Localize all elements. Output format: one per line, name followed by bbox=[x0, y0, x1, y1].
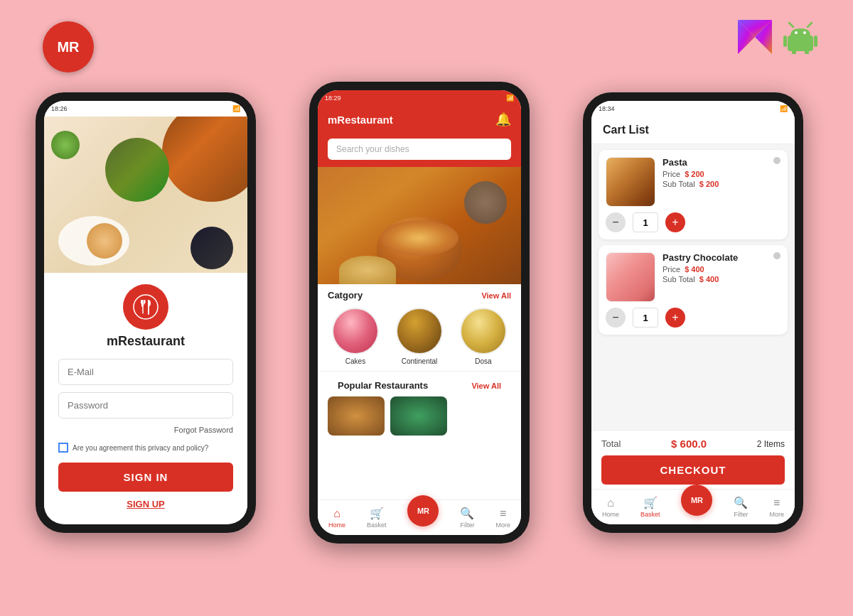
food-background bbox=[44, 117, 247, 273]
basket-icon: 🛒 bbox=[370, 507, 384, 520]
fork-knife-icon bbox=[133, 294, 159, 320]
pastry-price-value: $ 400 bbox=[685, 265, 704, 274]
cart-nav-filter[interactable]: 🔍 Filter bbox=[734, 496, 748, 518]
pastry-image bbox=[606, 252, 655, 302]
nav-center-button[interactable]: MR bbox=[407, 495, 439, 526]
pastry-increase-button[interactable]: + bbox=[665, 308, 685, 328]
nav-more[interactable]: ≡ More bbox=[495, 507, 510, 529]
status-icons-home: 📶 bbox=[506, 94, 514, 102]
cart-filter-icon: 🔍 bbox=[734, 496, 748, 509]
cart-total-row: Total $ 600.0 2 Items bbox=[601, 438, 785, 450]
pastry-subtotal: Sub Total $ 400 bbox=[662, 275, 780, 283]
categories-header: Catgory View All bbox=[318, 284, 521, 303]
food-decor-6 bbox=[51, 131, 80, 159]
nav-filter-label: Filter bbox=[460, 522, 474, 529]
svg-rect-16 bbox=[141, 303, 145, 305]
pasta-name: Pasta bbox=[662, 157, 780, 168]
kotlin-icon bbox=[738, 20, 772, 54]
nav-filter[interactable]: 🔍 Filter bbox=[460, 507, 474, 529]
pasta-price: Price $ 200 bbox=[662, 170, 780, 178]
pastry-subtotal-value: $ 400 bbox=[699, 275, 719, 283]
cart-nav-more[interactable]: ≡ More bbox=[769, 497, 784, 518]
pasta-menu-dot[interactable] bbox=[773, 157, 780, 164]
categories-title: Catgory bbox=[328, 290, 363, 301]
categories-view-all[interactable]: View All bbox=[481, 291, 511, 300]
pasta-price-value: $ 200 bbox=[685, 170, 704, 178]
cart-basket-icon: 🛒 bbox=[643, 496, 658, 509]
pasta-quantity: 1 bbox=[633, 212, 658, 232]
pastry-menu-dot[interactable] bbox=[773, 252, 780, 259]
home-bottom-nav: ⌂ Home 🛒 Basket MR 🔍 Filter ≡ More bbox=[318, 499, 521, 535]
category-cakes[interactable]: Cakes bbox=[332, 308, 379, 365]
category-continental[interactable]: Continental bbox=[396, 308, 443, 365]
category-name-continental: Continental bbox=[402, 357, 438, 365]
cart-nav-center-label: MR bbox=[691, 496, 703, 504]
sign-in-button[interactable]: SIGN IN bbox=[58, 463, 233, 492]
category-name-cakes: Cakes bbox=[345, 357, 365, 365]
cart-bottom-nav: ⌂ Home 🛒 Basket MR 🔍 Filter ≡ More bbox=[591, 489, 795, 524]
status-time-cart: 18:34 bbox=[599, 105, 615, 112]
home-header: mRestaurant 🔔 bbox=[318, 106, 521, 133]
popular-item-1[interactable] bbox=[328, 396, 385, 436]
checkout-label: CHECKOUT bbox=[660, 464, 726, 476]
cart-item-pasta: Pasta Price $ 200 Sub Total $ 200 − 1 + bbox=[599, 150, 788, 239]
popular-view-all[interactable]: View All bbox=[471, 382, 501, 390]
privacy-checkbox[interactable] bbox=[58, 443, 68, 453]
checkout-button[interactable]: CHECKOUT bbox=[601, 455, 785, 485]
phone-home: 18:29 📶 mRestaurant 🔔 Search your dishes… bbox=[309, 82, 530, 544]
sign-up-link[interactable]: SIGN UP bbox=[58, 499, 233, 509]
food-decor-4 bbox=[191, 227, 233, 269]
svg-rect-9 bbox=[814, 36, 817, 47]
phone-home-inner: 18:29 📶 mRestaurant 🔔 Search your dishes… bbox=[318, 90, 521, 535]
curry-top bbox=[380, 220, 458, 256]
category-circle-dosa bbox=[460, 308, 507, 355]
cart-nav-filter-label: Filter bbox=[734, 511, 748, 518]
pasta-img-content bbox=[606, 158, 655, 206]
cart-nav-home-label: Home bbox=[602, 511, 619, 518]
logo-text: MR bbox=[57, 39, 79, 55]
email-input[interactable] bbox=[58, 359, 233, 385]
category-dosa[interactable]: Dosa bbox=[460, 308, 507, 365]
status-bar-home: 18:29 📶 bbox=[318, 90, 521, 106]
pasta-details: Pasta Price $ 200 Sub Total $ 200 bbox=[662, 157, 780, 207]
tech-icons bbox=[738, 20, 817, 54]
password-input[interactable] bbox=[58, 392, 233, 418]
cart-nav-basket[interactable]: 🛒 Basket bbox=[640, 496, 660, 518]
nav-basket[interactable]: 🛒 Basket bbox=[367, 507, 387, 529]
forgot-password-link[interactable]: Forgot Password bbox=[58, 426, 233, 434]
cart-item-pasta-top: Pasta Price $ 200 Sub Total $ 200 bbox=[606, 157, 780, 207]
hero-image bbox=[318, 167, 521, 284]
phone-cart-inner: 18:34 📶 Cart List Pasta Price $ 20 bbox=[591, 101, 795, 524]
nav-home[interactable]: ⌂ Home bbox=[328, 507, 345, 529]
phone-login: 18:26 📶 bbox=[36, 92, 256, 533]
nav-home-label: Home bbox=[328, 522, 345, 529]
cart-nav-center[interactable]: MR bbox=[681, 485, 712, 516]
privacy-text: Are you agreement this privacy and polic… bbox=[73, 444, 208, 452]
privacy-row: Are you agreement this privacy and polic… bbox=[58, 443, 233, 453]
cart-home-icon: ⌂ bbox=[607, 497, 614, 509]
popular-item-2[interactable] bbox=[390, 396, 447, 436]
category-name-dosa: Dosa bbox=[475, 357, 491, 365]
pasta-decrease-button[interactable]: − bbox=[606, 212, 626, 232]
cart-item-pastry-top: Pastry Chocolate Price $ 400 Sub Total $… bbox=[606, 252, 780, 302]
total-items: 2 Items bbox=[757, 439, 785, 449]
android-icon bbox=[783, 20, 817, 54]
pastry-details: Pastry Chocolate Price $ 400 Sub Total $… bbox=[662, 252, 780, 302]
nav-more-label: More bbox=[495, 522, 510, 529]
status-time-home: 18:29 bbox=[325, 94, 341, 102]
phone-cart: 18:34 📶 Cart List Pasta Price $ 20 bbox=[583, 92, 803, 533]
status-icons-cart: 📶 bbox=[780, 105, 788, 112]
pastry-decrease-button[interactable]: − bbox=[606, 308, 626, 328]
bread-decor bbox=[339, 256, 396, 284]
pasta-qty-row: − 1 + bbox=[606, 212, 780, 232]
popular-header: Popular Restaurants View All bbox=[328, 374, 511, 394]
cart-nav-home[interactable]: ⌂ Home bbox=[602, 497, 619, 518]
bell-icon[interactable]: 🔔 bbox=[495, 112, 511, 127]
login-form: mRestaurant Forgot Password Are you agre… bbox=[44, 273, 247, 521]
svg-line-4 bbox=[789, 23, 793, 27]
search-input[interactable]: Search your dishes bbox=[328, 139, 511, 160]
cart-item-pastry: Pastry Chocolate Price $ 400 Sub Total $… bbox=[599, 245, 788, 335]
category-circle-continental bbox=[396, 308, 443, 355]
pasta-increase-button[interactable]: + bbox=[665, 212, 685, 232]
cart-footer: Total $ 600.0 2 Items CHECKOUT bbox=[591, 430, 795, 489]
